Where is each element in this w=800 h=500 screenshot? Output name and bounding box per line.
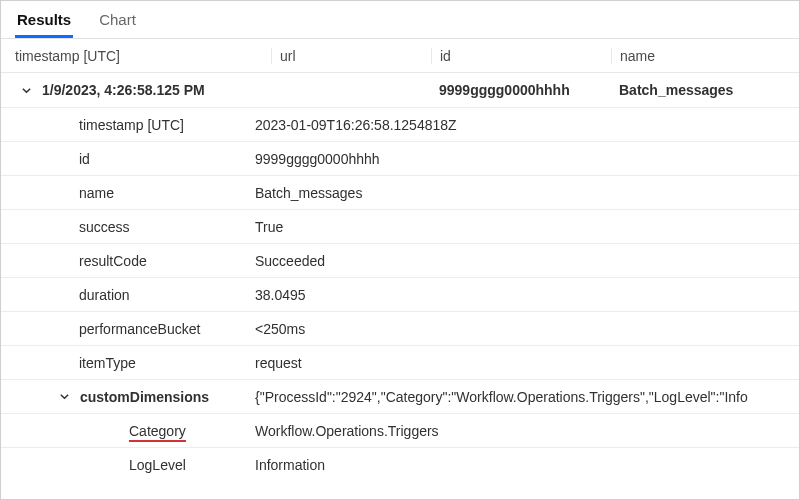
detail-value: 38.0495 <box>255 287 799 303</box>
customdim-loglevel: LogLevel Information <box>1 447 799 481</box>
col-header-timestamp[interactable]: timestamp [UTC] <box>1 48 271 64</box>
detail-itemtype: itemType request <box>1 345 799 379</box>
category-label: Category <box>129 423 186 442</box>
row-name: Batch_messages <box>611 82 799 98</box>
detail-value: 2023-01-09T16:26:58.1254818Z <box>255 117 799 133</box>
col-header-name[interactable]: name <box>611 48 799 64</box>
row-id: 9999gggg0000hhhh <box>431 82 611 98</box>
detail-key: resultCode <box>1 253 255 269</box>
detail-success: success True <box>1 209 799 243</box>
detail-value: Succeeded <box>255 253 799 269</box>
detail-value: 9999gggg0000hhhh <box>255 151 799 167</box>
detail-key: customDimensions <box>80 389 209 405</box>
chevron-down-icon[interactable] <box>21 85 32 96</box>
tab-results[interactable]: Results <box>15 3 73 38</box>
col-header-id[interactable]: id <box>431 48 611 64</box>
customdim-category: Category Workflow.Operations.Triggers <box>1 413 799 447</box>
detail-performancebucket: performanceBucket <250ms <box>1 311 799 345</box>
detail-value: {"ProcessId":"2924","Category":"Workflow… <box>255 389 799 405</box>
detail-name: name Batch_messages <box>1 175 799 209</box>
detail-timestamp: timestamp [UTC] 2023-01-09T16:26:58.1254… <box>1 107 799 141</box>
chevron-down-icon[interactable] <box>59 391 70 402</box>
col-header-url[interactable]: url <box>271 48 431 64</box>
detail-key: Category <box>1 423 255 439</box>
detail-key: performanceBucket <box>1 321 255 337</box>
tabstrip: Results Chart <box>1 1 799 39</box>
detail-value: Information <box>255 457 799 473</box>
column-headers: timestamp [UTC] url id name <box>1 39 799 73</box>
detail-key: success <box>1 219 255 235</box>
detail-key: name <box>1 185 255 201</box>
results-body: 1/9/2023, 4:26:58.125 PM 9999gggg0000hhh… <box>1 73 799 499</box>
detail-id: id 9999gggg0000hhhh <box>1 141 799 175</box>
results-pane: Results Chart timestamp [UTC] url id nam… <box>0 0 800 500</box>
detail-value: request <box>255 355 799 371</box>
detail-customdimensions[interactable]: customDimensions {"ProcessId":"2924","Ca… <box>1 379 799 413</box>
detail-duration: duration 38.0495 <box>1 277 799 311</box>
detail-value: <250ms <box>255 321 799 337</box>
detail-key: timestamp [UTC] <box>1 117 255 133</box>
detail-key: duration <box>1 287 255 303</box>
detail-key: LogLevel <box>1 457 255 473</box>
result-row[interactable]: 1/9/2023, 4:26:58.125 PM 9999gggg0000hhh… <box>1 73 799 107</box>
detail-value: Batch_messages <box>255 185 799 201</box>
detail-value: True <box>255 219 799 235</box>
detail-key: itemType <box>1 355 255 371</box>
detail-resultcode: resultCode Succeeded <box>1 243 799 277</box>
detail-key: id <box>1 151 255 167</box>
detail-value: Workflow.Operations.Triggers <box>255 423 799 439</box>
row-timestamp: 1/9/2023, 4:26:58.125 PM <box>42 82 205 98</box>
tab-chart[interactable]: Chart <box>97 3 138 38</box>
